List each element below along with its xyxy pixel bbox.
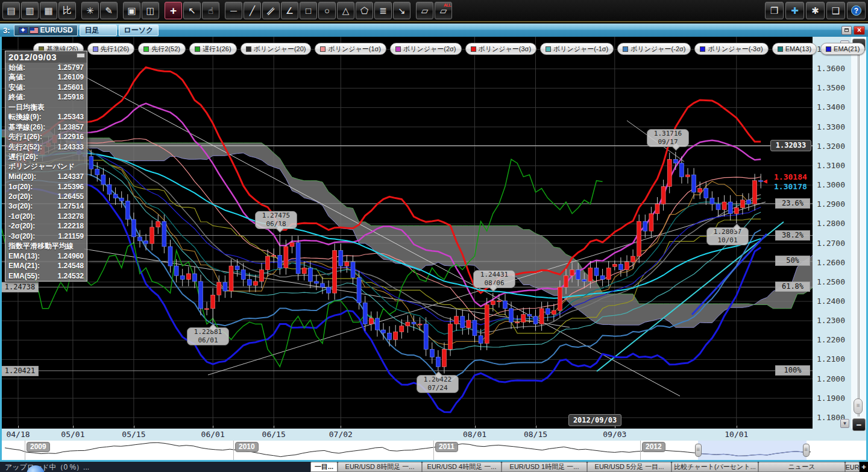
info-label: 先行2(52): xyxy=(8,142,42,152)
info-row: -1σ(20):1.23278 xyxy=(5,212,87,221)
symbol-selector[interactable]: ✦ EUR/USD xyxy=(14,25,78,36)
info-row: 先行2(52):1.24333 xyxy=(5,142,87,152)
save-icon[interactable]: ◫ xyxy=(142,2,159,19)
spreadsheet-icon[interactable]: ▤ xyxy=(2,2,20,19)
indicator-button[interactable]: ボリンジャー(-3σ) xyxy=(694,43,768,55)
navigator-left-handle[interactable] xyxy=(695,444,702,457)
info-panel-minimize-button[interactable] xyxy=(77,53,85,58)
add-chart-button[interactable]: + xyxy=(860,462,868,472)
indicator-button[interactable]: EMA(13) xyxy=(772,43,817,55)
task-button[interactable]: EUR/USD 1時間足 一... xyxy=(502,462,587,472)
info-row: 先行1(26):1.22916 xyxy=(5,132,87,142)
indicator-button[interactable]: ボリンジャー(-2σ) xyxy=(617,43,691,55)
task-button[interactable]: 一目... xyxy=(310,462,338,472)
info-value: 1.21159 xyxy=(58,231,84,241)
pentagon-tool-icon[interactable]: ⬠ xyxy=(356,2,373,19)
close-window-button[interactable]: × xyxy=(854,26,865,35)
hline-tool-icon[interactable]: ─ xyxy=(225,2,242,19)
date-tick xyxy=(274,426,274,428)
info-row: 高値:1.26109 xyxy=(5,72,87,82)
indicator-color-chip xyxy=(826,46,831,52)
report-add-icon[interactable]: ▥ xyxy=(21,2,39,19)
indicator-label: ボリンジャー(-1σ) xyxy=(553,45,608,54)
indicator-button[interactable]: ボリンジャー(20) xyxy=(241,43,312,55)
info-label: 始値: xyxy=(8,63,25,72)
task-button[interactable]: EUR/USD 8時間足 一... xyxy=(338,462,422,472)
task-button[interactable]: 比較チャート(パーセント... xyxy=(671,462,758,472)
task-button[interactable]: EUR xyxy=(845,462,860,472)
triangle-tool-icon[interactable]: △ xyxy=(337,2,354,19)
year-divider xyxy=(25,441,25,460)
date-tick xyxy=(737,426,737,428)
indicator-button[interactable]: 先行1(26) xyxy=(87,43,135,55)
date-axis[interactable]: 04/1805/0105/1506/0106/1507/0208/0108/15… xyxy=(0,429,868,441)
indicator-button[interactable]: ボリンジャー(2σ) xyxy=(390,43,462,55)
indicator-label: ボリンジャー(1σ) xyxy=(328,45,381,54)
expand-icon[interactable]: ✚ xyxy=(785,2,804,19)
parallel-lines-tool-icon[interactable]: ∥ xyxy=(262,2,280,19)
crosshair-tool-icon[interactable]: + xyxy=(165,2,182,19)
date-tick xyxy=(213,426,213,428)
cursor-tool-icon[interactable]: ↖ xyxy=(183,2,201,19)
indicator-button[interactable]: ボリンジャー(1σ) xyxy=(315,43,386,55)
layout-icon[interactable]: ▣ xyxy=(123,2,140,19)
indicator-label: 先行1(26) xyxy=(101,45,130,54)
windows-icon[interactable]: ❐ xyxy=(765,2,784,19)
task-button[interactable]: EUR/USD 4時間足 一... xyxy=(422,462,502,472)
info-label: 安値: xyxy=(8,83,25,92)
price-axis-label: 1.2200 xyxy=(817,335,845,344)
zoom-out-button[interactable]: − xyxy=(852,418,866,431)
year-divider xyxy=(433,441,434,460)
chart-type-selector[interactable]: ローソク xyxy=(119,25,159,36)
indicator-button[interactable]: 先行2(52) xyxy=(138,43,186,55)
candlestick-chart[interactable] xyxy=(0,37,813,425)
info-value: 1.22916 xyxy=(58,132,84,142)
info-label: 転換線(9): xyxy=(8,112,42,122)
price-axis-label: 1.3100 xyxy=(817,161,845,170)
year-badge: 2010 xyxy=(235,442,259,452)
indicator-button[interactable]: 遅行1(26) xyxy=(189,43,237,55)
calendar-icon[interactable]: ▦ xyxy=(40,2,57,19)
history-navigator[interactable]: 2009201020112012 xyxy=(0,441,868,460)
info-value: 1.25343 xyxy=(58,112,84,122)
window-left-border xyxy=(0,37,2,460)
compare-icon[interactable]: 比 xyxy=(58,2,76,19)
info-value: 1.22218 xyxy=(58,221,84,231)
date-axis-label: 05/01 xyxy=(61,430,84,439)
erase-all-icon[interactable]: ▱ALL xyxy=(435,2,452,19)
price-scrollbar-track[interactable] xyxy=(858,55,860,417)
info-label: -3σ(20): xyxy=(8,231,35,241)
indicator-button[interactable]: ボリンジャー(-1σ) xyxy=(540,43,614,55)
indicator-label: EMA(21) xyxy=(834,45,860,52)
price-scroll-down-button[interactable]: ▼ xyxy=(840,419,849,428)
indicator-color-chip xyxy=(143,46,149,52)
indicator-button[interactable]: EMA(21) xyxy=(820,43,865,55)
settings-gear-icon[interactable]: ✱ xyxy=(806,2,825,19)
rect-tool-icon[interactable]: □ xyxy=(300,2,317,19)
indicator-toggle-row: 基準線(26)先行1(26)先行2(52)遅行1(26)ボリンジャー(20)ボリ… xyxy=(33,43,868,55)
restore-window-button[interactable] xyxy=(841,26,852,35)
trading-app: ▤▥▦比✳✎▣◫+↖☝─╱∥∠□○△⬠≣↘▱▱ALL❐✚✱❑? 3: ✦ EUR… xyxy=(0,0,868,472)
ellipse-tool-icon[interactable]: ○ xyxy=(318,2,336,19)
print-icon[interactable]: ❑ xyxy=(826,2,845,19)
task-button[interactable]: ニュース xyxy=(758,462,845,472)
chart-settings-icon[interactable]: ✳ xyxy=(81,2,99,19)
price-axis-label: 1.2300 xyxy=(817,316,845,325)
trendline-tool-icon[interactable]: ╱ xyxy=(244,2,261,19)
price-axis-label: 1.2400 xyxy=(817,297,845,306)
pencil-icon[interactable]: ✎ xyxy=(100,2,118,19)
indicator-button[interactable]: ボリンジャー(3σ) xyxy=(465,43,537,55)
eraser-icon[interactable]: ▱ xyxy=(416,2,433,19)
price-axis[interactable]: 1.37001.36001.35001.34001.33001.32001.31… xyxy=(813,37,851,441)
fibo-tool-icon[interactable]: ≣ xyxy=(374,2,392,19)
angle-tool-icon[interactable]: ∠ xyxy=(281,2,298,19)
navigator-right-handle[interactable] xyxy=(803,444,810,457)
info-row: -2σ(20):1.22218 xyxy=(5,221,87,231)
help-icon[interactable]: ? xyxy=(847,2,866,19)
info-section-header: 一目均衡表 xyxy=(5,102,87,113)
timeframe-selector[interactable]: 日足 xyxy=(80,25,117,36)
arrow-line-tool-icon[interactable]: ↘ xyxy=(393,2,410,19)
price-scrollbar-handle[interactable] xyxy=(854,398,863,414)
hand-tool-icon[interactable]: ☝ xyxy=(202,2,219,19)
task-button[interactable]: EUR/USD 5分足 一目... xyxy=(587,462,671,472)
